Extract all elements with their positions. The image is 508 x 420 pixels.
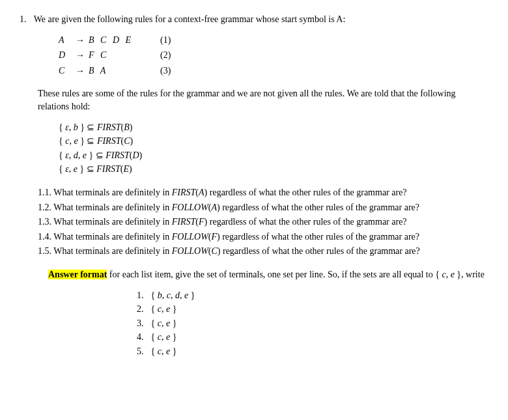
answer-format-text: for each list item, give the set of term… <box>107 270 442 279</box>
example-number: 2. <box>137 303 148 316</box>
rule-number: (2) <box>160 49 171 62</box>
example-set: { c, e } <box>151 304 177 314</box>
subq-number: 1.2. <box>38 203 51 212</box>
subq-text: What terminals are definitely in FOLLOW(… <box>53 203 419 212</box>
subq-number: 1.4. <box>38 232 51 242</box>
answer-format: Answer format for each list item, give t… <box>48 268 488 281</box>
subq-text: What terminals are definitely in FOLLOW(… <box>53 246 420 256</box>
rule-number: (3) <box>160 64 171 77</box>
rule-3: C → B A (3) <box>59 64 488 77</box>
rule-arrow: → <box>76 64 85 77</box>
example-1: 1. { b, c, d, e } <box>137 289 488 302</box>
subquestion-1-3: 1.3. What terminals are definitely in FI… <box>38 216 488 229</box>
relation-1: { ε, b } ⊆ FIRST(B) <box>59 121 488 134</box>
relation-3: { ε, d, e } ⊆ FIRST(D) <box>59 149 488 162</box>
example-set: { c, e } <box>151 318 177 328</box>
example-number: 5. <box>137 345 148 358</box>
answer-format-example-set: c, e <box>442 270 454 279</box>
subquestion-1-1: 1.1. What terminals are definitely in FI… <box>38 186 488 199</box>
example-2: 2. { c, e } <box>137 303 488 316</box>
subquestions: 1.1. What terminals are definitely in FI… <box>38 186 488 258</box>
rule-rhs: B A <box>89 64 141 77</box>
subquestion-1-5: 1.5. What terminals are definitely in FO… <box>38 245 488 258</box>
question-block: 1. We are given the following rules for … <box>20 13 488 357</box>
answer-examples: 1. { b, c, d, e } 2. { c, e } 3. { c, e … <box>137 289 488 358</box>
rule-2: D → F C (2) <box>59 49 488 62</box>
example-3: 3. { c, e } <box>137 317 488 330</box>
subq-text: What terminals are definitely in FIRST(A… <box>53 188 406 197</box>
subquestion-1-2: 1.2. What terminals are definitely in FO… <box>38 201 488 214</box>
relation-4: { ε, e } ⊆ FIRST(E) <box>59 163 488 176</box>
relation-2: { c, e } ⊆ FIRST(C) <box>59 135 488 148</box>
grammar-rules: A → B C D E (1) D → F C (2) C → B A (3) <box>59 34 488 77</box>
rule-lhs: D <box>59 49 72 62</box>
subq-text: What terminals are definitely in FOLLOW(… <box>53 232 419 242</box>
example-4: 4. { c, e } <box>137 331 488 344</box>
rule-lhs: A <box>59 34 72 47</box>
first-relations: { ε, b } ⊆ FIRST(B) { c, e } ⊆ FIRST(C) … <box>59 121 488 176</box>
question-number: 1. <box>20 13 27 26</box>
subq-number: 1.3. <box>38 217 51 227</box>
question-intro: We are given the following rules for a c… <box>34 14 346 24</box>
answer-format-label: Answer format <box>48 270 107 279</box>
example-5: 5. { c, e } <box>137 345 488 358</box>
example-set: { b, c, d, e } <box>151 290 195 300</box>
answer-format-text-end: }, write <box>455 270 485 279</box>
rule-rhs: F C <box>89 49 141 62</box>
example-number: 1. <box>137 289 148 302</box>
example-number: 3. <box>137 317 148 330</box>
example-set: { c, e } <box>151 346 177 356</box>
rule-arrow: → <box>76 34 85 47</box>
example-number: 4. <box>137 331 148 344</box>
rule-arrow: → <box>76 49 85 62</box>
rule-number: (1) <box>160 34 171 47</box>
subq-number: 1.1. <box>38 188 51 197</box>
rule-lhs: C <box>59 64 72 77</box>
rule-1: A → B C D E (1) <box>59 34 488 47</box>
paragraph-relations-intro: These rules are some of the rules for th… <box>38 87 488 113</box>
subq-number: 1.5. <box>38 246 51 256</box>
subq-text: What terminals are definitely in FIRST(F… <box>53 217 406 227</box>
example-set: { c, e } <box>151 332 177 342</box>
subquestion-1-4: 1.4. What terminals are definitely in FO… <box>38 231 488 244</box>
rule-rhs: B C D E <box>89 34 141 47</box>
